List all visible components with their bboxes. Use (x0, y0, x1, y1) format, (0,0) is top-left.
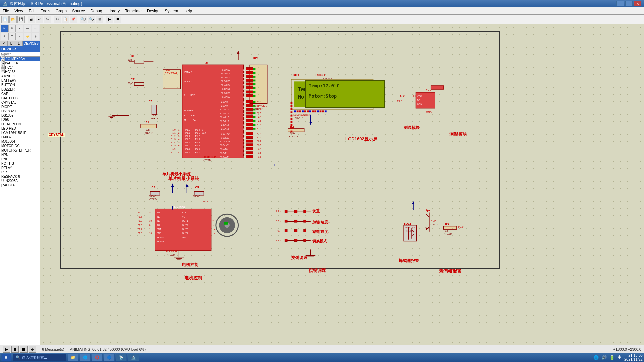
tb-save[interactable]: 💾 (17, 16, 25, 23)
device-item-cap[interactable]: CAP (0, 92, 40, 96)
app-icon: 🔬 (3, 1, 8, 6)
device-item-pot-hg[interactable]: POT-HG (0, 161, 40, 166)
minimize-button[interactable]: ─ (616, 1, 624, 6)
menu-view[interactable]: View (12, 8, 26, 14)
side-tool-3[interactable]: ○ (1, 64, 5, 68)
device-item-7seg-mpx2ca[interactable]: 7SEG-MPX2CA (0, 57, 40, 61)
device-item-button[interactable]: BUTTON (0, 83, 40, 87)
device-search-input[interactable] (0, 52, 40, 57)
device-item-lm032l[interactable]: LM032L (0, 135, 40, 139)
menu-edit[interactable]: Edit (26, 8, 38, 14)
menu-source[interactable]: Source (69, 8, 88, 14)
device-item-74hc14[interactable]: 74HC14 (0, 65, 40, 70)
device-item-pnp[interactable]: PNP (0, 157, 40, 161)
device-item-ds1302[interactable]: DS1302 (0, 113, 40, 118)
device-item-l298[interactable]: L298 (0, 118, 40, 122)
start-button[interactable]: ⊞ (1, 354, 11, 361)
side-tool-4[interactable]: ↔ (1, 68, 5, 72)
menu-system[interactable]: System (162, 8, 181, 14)
sim-stop-button[interactable]: ⏹ (20, 346, 28, 353)
tool-text[interactable]: T (8, 33, 16, 40)
tb-open[interactable]: 📂 (9, 16, 17, 23)
device-item-res[interactable]: RES (0, 170, 40, 174)
taskbar-browser1[interactable]: 🌐 (80, 354, 91, 361)
tb-zoom-fit[interactable]: ⊞ (96, 16, 103, 23)
device-item-npn[interactable]: NPN (0, 153, 40, 157)
menu-tools[interactable]: Tools (38, 8, 53, 14)
tool-pointer[interactable]: ↖ (1, 25, 8, 32)
device-item-motor-dc[interactable]: MOTOR-DC (0, 144, 40, 148)
titlebar: 🔬 温控风扇 - ISIS Professional (Animating) ─… (0, 0, 644, 7)
toolbar: 📄 📂 💾 🖨 ↩ ↪ ✂ 📋 📌 🔍+ 🔍- ⊞ ▶ ⏹ (0, 15, 644, 24)
tray-volume-icon: 🔊 (601, 355, 607, 360)
taskbar-date: 2021/11/22 (624, 357, 643, 361)
side-tool-2[interactable]: ⊕ (1, 59, 5, 63)
sim-play-button[interactable]: ▶ (3, 346, 10, 353)
device-item-mj15004[interactable]: MJ15004 (0, 139, 40, 144)
device-item-battery[interactable]: BATTERY (0, 78, 40, 83)
tool-power[interactable]: ⚡ (24, 33, 31, 40)
device-item-lgm12641bs1r[interactable]: LGM12641BS1R (0, 131, 40, 135)
device-item-led-red[interactable]: LED-RED (0, 126, 40, 131)
tb-redo[interactable]: ↪ (44, 16, 51, 23)
tb-run[interactable]: ▶ (106, 16, 113, 23)
tb-new[interactable]: 📄 (1, 16, 9, 23)
close-button[interactable]: ✕ (634, 1, 641, 6)
device-item-10watt1k[interactable]: 10WATT1K (0, 61, 40, 65)
device-item-cap-elec[interactable]: CAP ELEC (0, 96, 40, 100)
device-item-motor-stepper[interactable]: MOTOR-STEPPER (0, 148, 40, 153)
tb-undo[interactable]: ↩ (36, 16, 43, 23)
menu-library[interactable]: Library (105, 8, 123, 14)
tool-ground[interactable]: ⏚ (32, 33, 39, 40)
device-item-crystal[interactable]: CRYSTAL (0, 100, 40, 105)
taskbar-isis[interactable]: 🔬 (128, 354, 139, 361)
device-item-ds18b20[interactable]: DS18B20 (0, 109, 40, 113)
menu-template[interactable]: Template (122, 8, 144, 14)
taskbar-app1[interactable]: 📡 (116, 354, 127, 361)
device-item-74hc138[interactable]: 74HC138 (0, 70, 40, 74)
device-item-diode[interactable]: DIODE (0, 105, 40, 109)
tab-l2[interactable]: L (15, 41, 23, 46)
taskbar-browser2[interactable]: ⭕ (92, 354, 103, 361)
tool-bus-entry[interactable]: ⌐ (16, 33, 23, 40)
tool-bus[interactable]: ═ (32, 25, 39, 32)
device-item-uln2003a[interactable]: ULN2003A (0, 179, 40, 183)
menu-graph[interactable]: Graph (53, 8, 69, 14)
schematic[interactable]: C1 30pF C2 30pF X1 CRYSTAL RP1 (40, 24, 644, 345)
tool-label[interactable]: A (1, 33, 8, 40)
tb-print[interactable]: 🖨 (28, 16, 35, 23)
menu-design[interactable]: Design (144, 8, 162, 14)
sim-pause-button[interactable]: ⏸ (11, 346, 19, 353)
sim-step-button[interactable]: ⏭ (29, 346, 36, 353)
taskbar-search[interactable]: 🔍 输入你要搜索... (13, 354, 66, 361)
menu-file[interactable]: File (0, 8, 12, 14)
canvas-area[interactable]: C1 30pF C2 30pF X1 CRYSTAL RP1 (40, 24, 644, 345)
tb-stop[interactable]: ⏹ (114, 16, 121, 23)
tb-cut[interactable]: ✂ (54, 16, 61, 23)
side-tool-1[interactable]: → (1, 54, 5, 58)
device-item-buzzer[interactable]: BUZZER (0, 87, 40, 92)
taskbar-file-manager[interactable]: 📁 (68, 354, 78, 361)
menu-debug[interactable]: Debug (88, 8, 105, 14)
tb-copy[interactable]: 📋 (62, 16, 69, 23)
menu-help[interactable]: Help (181, 8, 195, 14)
tb-zoom-out[interactable]: 🔍- (88, 16, 95, 23)
device-item-respack-8[interactable]: RESPACK-8 (0, 174, 40, 179)
tab-devices[interactable]: DEVICES (23, 41, 40, 46)
maximize-button[interactable]: □ (625, 1, 633, 6)
tool-wire[interactable]: ─ (24, 25, 31, 32)
device-item--74hc14-[interactable]: [74HC14] (0, 183, 40, 187)
tab-l[interactable]: L (8, 41, 15, 46)
device-list[interactable]: 7SEG-MPX2CA10WATT1K74HC1474HC138AT89C52B… (0, 57, 40, 345)
device-item-led-green[interactable]: LED-GREEN (0, 122, 40, 126)
tb-zoom-in[interactable]: 🔍+ (80, 16, 87, 23)
device-item-at89c52[interactable]: AT89C52 (0, 74, 40, 78)
taskbar-tray: 🌐 🔊 🔋 中 21:15:05 2021/11/22 (593, 353, 643, 361)
tool-junction[interactable]: • (16, 25, 23, 32)
device-item-relay[interactable]: RELAY (0, 166, 40, 170)
tool-component[interactable]: ⊕ (8, 25, 16, 32)
tab-p[interactable]: P (0, 41, 8, 46)
taskbar-browser3[interactable]: 🔵 (104, 354, 115, 361)
tb-paste[interactable]: 📌 (70, 16, 77, 23)
devices-header: DEVICES (0, 46, 40, 52)
